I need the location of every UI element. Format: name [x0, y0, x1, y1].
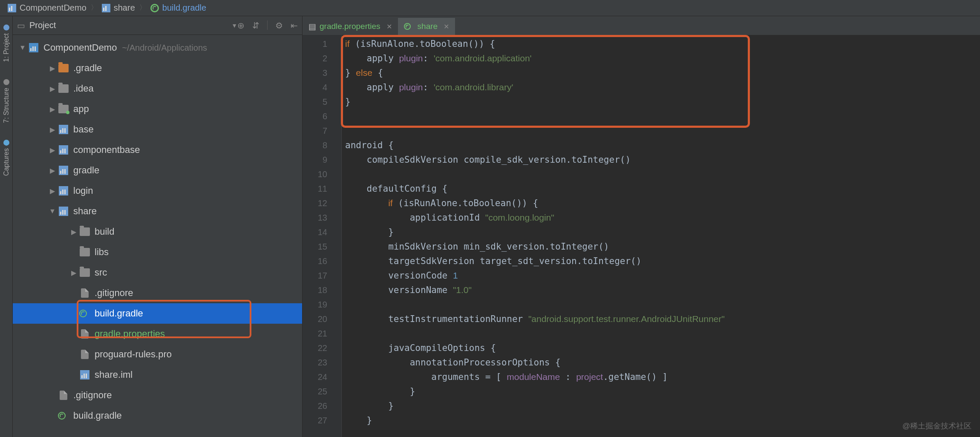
gear-icon[interactable]: ⚙: [275, 20, 283, 31]
node-label: .gitignore: [73, 390, 112, 401]
tree-item-src[interactable]: ▶src: [13, 262, 302, 283]
expand-icon[interactable]: ▶: [68, 269, 79, 277]
expand-icon[interactable]: ▶: [47, 146, 58, 154]
node-label: app: [73, 104, 89, 115]
tree-item-gradle[interactable]: ▶gradle: [13, 160, 302, 181]
tree-item--idea[interactable]: ▶.idea: [13, 78, 302, 99]
tool-captures-label: Captures: [3, 148, 10, 176]
code-text[interactable]: if (isRunAlone.toBoolean()) { apply plug…: [342, 35, 980, 437]
node-label: build.gradle: [95, 308, 143, 319]
node-icon: [58, 124, 69, 135]
tree-item--gitignore[interactable]: .gitignore: [13, 283, 302, 303]
breadcrumb-file-label: build.gradle: [162, 3, 206, 13]
node-icon: [79, 288, 90, 299]
project-dropdown-label: Project: [29, 20, 56, 30]
tool-structure[interactable]: 7: Structure: [3, 79, 10, 123]
tool-project[interactable]: 1: Project: [3, 25, 10, 62]
node-icon: [58, 83, 69, 94]
node-label: build.gradle: [73, 410, 122, 421]
breadcrumb-sep: 〉: [91, 3, 98, 12]
tree-root-name: ComponentDemo: [43, 42, 117, 53]
tree-item--gradle[interactable]: ▶.gradle: [13, 58, 302, 78]
hide-icon[interactable]: ⇤: [291, 20, 298, 31]
node-icon: [79, 328, 90, 339]
close-icon[interactable]: ✕: [444, 23, 449, 31]
project-panel-header: ▭ Project ▼ ⊕ ⇵ ⚙ ⇤: [13, 16, 302, 35]
node-icon: [58, 410, 69, 421]
breadcrumb-project[interactable]: ComponentDemo: [3, 3, 91, 13]
code-area[interactable]: 1234567891011121314151617181920212223242…: [303, 35, 980, 437]
breadcrumb: ComponentDemo 〉 share 〉 build.gradle: [0, 0, 980, 16]
editor: ▤ gradle.properties ✕ share ✕ 1234567891…: [303, 16, 980, 437]
node-label: src: [95, 267, 107, 278]
expand-icon[interactable]: ▶: [68, 228, 79, 236]
tree-item--gitignore[interactable]: .gitignore: [13, 385, 302, 405]
node-icon: [58, 165, 69, 176]
tree-item-gradle-properties[interactable]: gradle.properties: [13, 324, 302, 344]
project-tools: ⊕ ⇵ ⚙ ⇤: [237, 20, 298, 31]
project-panel: ▭ Project ▼ ⊕ ⇵ ⚙ ⇤ ▼ ComponentDemo ~/: [13, 16, 303, 437]
node-label: proguard-rules.pro: [95, 349, 172, 360]
node-icon: [79, 369, 90, 380]
watermark: @稀土掘金技术社区: [902, 421, 971, 431]
expand-icon[interactable]: ▶: [47, 85, 58, 93]
node-icon: [79, 267, 90, 278]
project-view-selector[interactable]: ▭ Project ▼: [17, 20, 237, 31]
tree-item-build-gradle[interactable]: build.gradle: [13, 405, 302, 426]
node-label: share.iml: [95, 369, 133, 380]
structure-icon: [3, 79, 9, 85]
close-icon[interactable]: ✕: [386, 23, 392, 31]
tree-item-componentbase[interactable]: ▶componentbase: [13, 140, 302, 160]
tree-item-libs[interactable]: libs: [13, 242, 302, 262]
node-label: build: [95, 226, 114, 237]
node-label: libs: [95, 247, 109, 258]
node-icon: [79, 247, 90, 258]
file-icon: ▤: [308, 22, 316, 32]
node-icon: [58, 63, 69, 74]
tab-gradle-properties[interactable]: ▤ gradle.properties ✕: [303, 18, 398, 35]
tool-project-label: 1: Project: [3, 33, 10, 62]
editor-tabs: ▤ gradle.properties ✕ share ✕: [303, 16, 980, 35]
node-label: share: [73, 206, 97, 217]
tool-structure-label: 7: Structure: [3, 88, 10, 123]
expand-icon[interactable]: ▶: [47, 167, 58, 175]
node-icon: [58, 390, 69, 401]
node-label: gradle: [73, 165, 99, 176]
tree-item-share[interactable]: ▼share: [13, 201, 302, 221]
tab-share[interactable]: share ✕: [398, 18, 455, 35]
expand-icon[interactable]: ▶: [47, 126, 58, 134]
breadcrumb-module[interactable]: share: [98, 3, 139, 13]
tree-item-proguard-rules-pro[interactable]: proguard-rules.pro: [13, 344, 302, 365]
tree-root[interactable]: ▼ ComponentDemo ~/Android/Applications: [13, 37, 302, 58]
breadcrumb-module-label: share: [114, 3, 135, 13]
expand-icon[interactable]: ▶: [47, 105, 58, 113]
node-label: componentbase: [73, 144, 140, 155]
node-icon: [58, 185, 69, 196]
expand-icon[interactable]: ▼: [47, 207, 58, 215]
tree-item-build-gradle[interactable]: build.gradle: [13, 303, 302, 324]
module-icon: [102, 4, 110, 12]
node-label: .idea: [73, 83, 94, 94]
tree-item-build[interactable]: ▶build: [13, 221, 302, 242]
tree-item-share-iml[interactable]: share.iml: [13, 365, 302, 385]
tree-item-login[interactable]: ▶login: [13, 181, 302, 201]
project-tree[interactable]: ▼ ComponentDemo ~/Android/Applications ▶…: [13, 35, 302, 437]
chevron-down-icon[interactable]: ▼: [17, 44, 28, 52]
expand-icon[interactable]: ▶: [47, 64, 58, 72]
tree-item-base[interactable]: ▶base: [13, 119, 302, 140]
node-icon: [58, 144, 69, 155]
separator: [267, 20, 268, 30]
locate-icon[interactable]: ⊕: [237, 20, 245, 31]
fold-gutter[interactable]: [333, 35, 342, 437]
tree-item-app[interactable]: ▶app: [13, 99, 302, 119]
tree-root-path: ~/Android/Applications: [122, 43, 207, 53]
gradle-icon: [150, 4, 159, 12]
node-icon: [58, 104, 69, 115]
collapse-icon[interactable]: ⇵: [252, 20, 259, 31]
tool-captures[interactable]: Captures: [3, 140, 10, 176]
line-gutter: 1234567891011121314151617181920212223242…: [303, 35, 333, 437]
module-icon: [8, 4, 16, 12]
tab-label: share: [418, 22, 438, 31]
expand-icon[interactable]: ▶: [47, 187, 58, 195]
breadcrumb-file[interactable]: build.gradle: [146, 3, 210, 13]
